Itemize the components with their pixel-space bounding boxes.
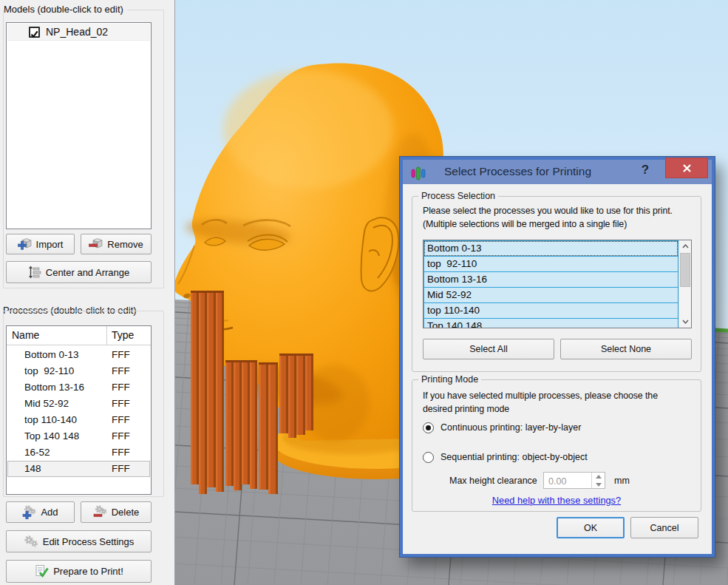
table-row[interactable]: Top 140 148FFF	[7, 428, 150, 444]
instruction-line-1: Please select the processes you would li…	[423, 206, 673, 216]
max-height-unit: mm	[614, 476, 630, 486]
table-row[interactable]: 16-52FFF	[7, 444, 150, 461]
spinner-buttons	[591, 473, 605, 488]
list-scrollbar[interactable]	[678, 240, 691, 328]
process-type: FFF	[112, 447, 130, 458]
list-item-selected[interactable]: Bottom 13-16	[423, 271, 678, 288]
support-cluster-a	[191, 291, 224, 494]
instruction-line-2: (Multiple selections will be merged into…	[423, 219, 627, 229]
support-cluster-d	[279, 354, 313, 438]
process-type: FFF	[112, 430, 130, 442]
process-name: 16-52	[24, 447, 50, 458]
edit-process-settings-button[interactable]: Edit Process Settings	[6, 530, 152, 552]
scrollbar-down-button[interactable]	[679, 316, 691, 328]
process-list[interactable]: Bottom 0-13 top 92-110 Bottom 13-16 Mid …	[423, 240, 692, 328]
add-process-button[interactable]: Add	[6, 501, 75, 523]
process-name: Top 140 148	[24, 430, 79, 442]
left-sidebar: Models (double-click to edit) NP_Head_02…	[0, 0, 174, 585]
spinner-up-button[interactable]	[592, 473, 605, 480]
center-arrange-icon	[28, 266, 41, 279]
process-name: top 92-110	[24, 365, 74, 376]
max-height-spinbox[interactable]	[543, 472, 605, 489]
process-type: FFF	[112, 349, 130, 360]
prepare-to-print-label: Prepare to Print!	[53, 566, 123, 577]
delete-label: Delete	[112, 507, 140, 518]
table-row[interactable]: Bottom 13-16FFF	[7, 379, 150, 396]
prepare-to-print-button[interactable]: Prepare to Print!	[6, 560, 152, 583]
select-processes-dialog: Select Processes for Printing ? Process …	[400, 157, 715, 557]
table-row[interactable]: top 92-110FFF	[7, 363, 150, 379]
help-settings-link[interactable]: Need help with these settings?	[412, 495, 701, 506]
help-button[interactable]: ?	[638, 163, 653, 177]
radio-continuous[interactable]: Continuous printing: layer-by-layer	[423, 420, 581, 435]
list-item-selected[interactable]: Mid 52-92	[423, 287, 678, 303]
models-list[interactable]: NP_Head_02	[6, 22, 152, 229]
models-group-label: Models (double-click to edit)	[4, 4, 127, 15]
dialog-title: Select Processes for Printing	[444, 165, 591, 178]
center-arrange-button[interactable]: Center and Arrange	[6, 261, 152, 283]
select-all-button[interactable]: Select All	[423, 339, 554, 359]
radio-sequential[interactable]: Sequential printing: object-by-object	[423, 450, 588, 464]
printing-mode-group: Printing Mode If you have selected multi…	[412, 379, 701, 512]
ok-button[interactable]: OK	[557, 517, 625, 538]
import-button[interactable]: Import	[6, 234, 75, 254]
select-none-button[interactable]: Select None	[560, 339, 692, 359]
center-arrange-label: Center and Arrange	[46, 267, 129, 278]
process-type: FFF	[112, 398, 130, 409]
remove-button[interactable]: Remove	[81, 234, 152, 254]
import-cube-icon	[18, 237, 32, 251]
table-row[interactable]: Bottom 0-13FFF	[7, 347, 150, 363]
add-gear-icon	[22, 505, 36, 519]
support-cluster-c	[259, 362, 278, 494]
chevron-down-icon	[682, 319, 689, 324]
remove-cube-icon	[89, 237, 103, 251]
list-item-selected[interactable]: Top 140 148	[423, 318, 678, 328]
printing-mode-label: Printing Mode	[418, 374, 481, 385]
process-selection-group: Process Selection Please select the proc…	[412, 196, 701, 372]
process-type: FFF	[112, 414, 130, 425]
column-header-type[interactable]: Type	[112, 329, 134, 341]
table-row[interactable]: top 110-140FFF	[7, 412, 150, 428]
processes-table-header: Name Type	[7, 326, 151, 345]
edit-process-settings-label: Edit Process Settings	[43, 536, 135, 547]
remove-label: Remove	[107, 239, 143, 250]
process-selection-label: Process Selection	[418, 191, 498, 201]
list-item-selected[interactable]: Bottom 0-13	[423, 240, 678, 257]
list-item-selected[interactable]: top 110-140	[423, 302, 678, 319]
import-label: Import	[36, 239, 64, 250]
printing-mode-instruction: If you have selected multiple processes,…	[423, 389, 686, 416]
check-icon	[30, 30, 38, 38]
scrollbar-up-button[interactable]	[679, 240, 691, 252]
radio-button-selected-icon[interactable]	[423, 422, 434, 433]
triangle-down-icon	[596, 483, 602, 487]
column-separator	[106, 326, 107, 345]
close-button[interactable]	[665, 158, 708, 178]
process-type: FFF	[112, 365, 130, 376]
process-type: FFF	[112, 382, 130, 393]
max-height-row: Max height clearance mm	[412, 472, 701, 490]
processes-table[interactable]: Name Type Bottom 0-13FFF top 92-110FFF B…	[6, 325, 152, 495]
table-row[interactable]: Mid 52-92FFF	[7, 396, 150, 412]
list-item-selected[interactable]: top 92-110	[423, 256, 678, 272]
radio-continuous-label: Continuous printing: layer-by-layer	[440, 422, 581, 433]
gears-icon	[24, 535, 38, 549]
delete-process-button[interactable]: Delete	[81, 501, 152, 523]
cancel-button[interactable]: Cancel	[630, 517, 698, 538]
process-name: Bottom 0-13	[24, 349, 79, 360]
process-name: Mid 52-92	[24, 398, 69, 409]
spinner-down-button[interactable]	[592, 481, 605, 488]
table-row-current[interactable]: 148FFF	[7, 461, 150, 477]
model-list-item[interactable]: NP_Head_02	[7, 24, 150, 41]
column-header-name[interactable]: Name	[12, 329, 39, 341]
support-cluster-b	[225, 360, 257, 490]
dialog-content: Process Selection Please select the proc…	[403, 184, 712, 554]
radio-button-unselected-icon[interactable]	[423, 452, 434, 463]
simplify3d-logo-icon	[409, 164, 427, 182]
scrollbar-thumb[interactable]	[680, 253, 690, 287]
max-height-input[interactable]	[544, 473, 591, 488]
dialog-titlebar[interactable]: Select Processes for Printing ?	[403, 160, 712, 184]
model-checkbox[interactable]	[29, 27, 40, 38]
triangle-up-icon	[596, 475, 602, 479]
process-type: FFF	[112, 463, 130, 474]
radio-sequential-label: Sequential printing: object-by-object	[440, 452, 588, 462]
